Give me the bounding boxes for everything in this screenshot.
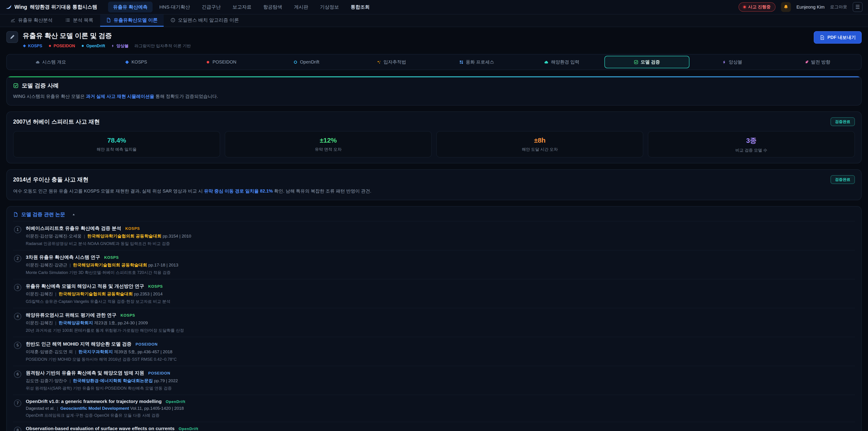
cloud-icon [35,60,40,64]
paper-authors: 이문진·김혜진·강관근 [26,263,67,267]
section-nav-item[interactable]: 입자추적법 [349,56,434,68]
user-name: Eunjeong Kim [796,4,825,10]
main-nav-item[interactable]: 보고자료 [227,2,256,12]
section-nav-item[interactable]: POSEIDON [179,56,264,68]
pdf-export-label: PDF 내보내기 [827,34,856,40]
paper-title[interactable]: Observation-based evaluation of surface … [26,426,175,431]
main-nav-item[interactable]: 통합조회 [346,2,375,12]
model-badge-label: KOSPS [28,43,42,49]
paper-title[interactable]: 유출유 확산예측 모델의 해양사고 적용 및 개선방안 연구 [26,283,144,289]
section-nav-item[interactable]: KOSPS [93,56,179,68]
list-icon [65,18,70,23]
incident-status-badge[interactable]: 사고 진행중 [739,2,776,12]
check-square-icon [13,83,19,88]
paper-content: 해양유류오염사고 위해도 평가에 관한 연구KOSPS이문진·김혜진|한국해양공… [26,312,853,333]
bell-icon [783,4,789,10]
paper-title-row: 해양유류오염사고 위해도 평가에 관한 연구KOSPS [26,312,853,318]
wuisan-text-prefix: 여수 오동도 인근 원유 유출 사고를 KOSPS 모델로 재현한 결과, 실제… [13,188,204,193]
paper-journal[interactable]: 한국해양공학회지 [59,320,93,325]
paper-description: Radarsat 인공위성영상 비교 분석·NOAA GNOME과 동일 입력조… [26,241,853,246]
paper-authors: 이재훈·임병준·김도연 외 [26,349,73,354]
notifications-button[interactable] [781,2,791,12]
wuisan-highlight[interactable]: 유막 중심 이동 경로 일치율 82.1% [204,188,273,193]
verified-badge: 검증완료 [831,117,855,126]
section-nav-label: OpenDrift [300,59,319,65]
section-nav-label: 입자추적법 [383,59,406,65]
paper-model-badge: POSEIDON [135,342,158,347]
paper-content: 원격탐사 기반의 유출유 확산예측 및 해양오염 방제 지원POSEIDON김도… [26,370,853,391]
paper-title[interactable]: 3차원 유출유 확산예측 시스템 연구 [26,254,100,260]
main-nav-item[interactable]: 유출유 확산예측 [108,2,153,12]
tab-item[interactable]: 유출유확산모델 이론 [100,14,164,27]
logout-button[interactable]: 로그아웃 [830,4,847,10]
tabbar: 유출유 확산분석분석 목록유출유확산모델 이론오일펜스 배치 알고리즘 이론 [0,14,868,27]
paper-meta: 이문진·김혜진|한국해양공학회지 제23권 1호, pp.24-30 | 200… [26,320,853,326]
tab-item[interactable]: 유출유 확산분석 [4,14,59,27]
paper-title[interactable]: 원격탐사 기반의 유출유 확산예측 및 해양오염 방제 지원 [26,370,144,376]
separator: | [75,349,76,354]
paper-journal[interactable]: 한국해양과학기술협의회 공동학술대회 [73,263,147,267]
paper-journal[interactable]: 한국해양과학기술협의회 공동학술대회 [87,234,161,239]
intro-text-suffix: 통해 정확도가 검증되었습니다. [154,94,218,99]
paper-journal[interactable]: Geoscientific Model Development [60,406,129,411]
paper-title[interactable]: 허베이스피리트호 유출유 확산예측 검증 분석 [26,225,121,232]
section-nav-label: POSEIDON [213,59,237,65]
intro-link[interactable]: 과거 실제 사고 재현 시뮬레이션을 [86,94,154,99]
main-nav-item[interactable]: 게시판 [289,2,313,12]
paper-detail: pp.79 | 2022 [153,378,178,383]
main-nav-item[interactable]: 기상정보 [315,2,344,12]
paper-meta: 이재훈·임병준·김도연 외|한국지구과학회지 제39권 5호, pp.436-4… [26,349,853,355]
case-card-hebei: 2007년 허베이 스피리트 사고 재현 검증완료 78.4%해안 표착 예측 … [6,112,862,163]
papers-title: 모델 검증 관련 논문 [21,211,65,218]
pdf-export-button[interactable]: PDF 내보내기 [814,31,862,43]
main-nav: 유출유 확산예측HNS·대기확산긴급구난보고자료항공탐색게시판기상정보통합조회 [108,2,375,12]
stat-card: 3종비교 검증 모델 수 [648,131,855,157]
main-nav-item[interactable]: 항공탐색 [258,2,287,12]
section-nav-label: 시스템 개요 [42,59,66,65]
paper-meta: Dagestad et al.|Geoscientific Model Deve… [26,406,853,411]
topbar-right: 사고 진행중 Eunjeong Kim 로그아웃 ☰ [739,2,863,12]
section-nav-item[interactable]: 시스템 개요 [8,56,93,68]
paper-row: 8Observation-based evaluation of surface… [13,422,855,431]
paper-title[interactable]: 해양유류오염사고 위해도 평가에 관한 연구 [26,312,116,318]
paper-row: 7OpenDrift v1.0: a generic framework for… [13,395,855,422]
paper-row: 6원격탐사 기반의 유출유 확산예측 및 해양오염 방제 지원POSEIDON김… [13,366,855,395]
rocket-icon [804,60,809,64]
section-nav-item[interactable]: 풍화 프로세스 [434,56,519,68]
section-nav-label: KOSPS [131,59,147,65]
wuisan-paragraph: 여수 오동도 인근 원유 유출 사고를 KOSPS 모델로 재현한 결과, 실제… [13,188,855,194]
main-nav-item[interactable]: 긴급구난 [197,2,225,12]
section-nav-item[interactable]: 모델 검증 [604,56,690,68]
model-badge: OpenDrift [81,43,105,49]
section-nav-item[interactable]: OpenDrift [264,56,349,68]
paper-row: 23차원 유출유 확산예측 시스템 연구KOSPS이문진·김혜진·강관근|한국해… [13,250,855,279]
papers-header[interactable]: 모델 검증 관련 논문 [13,211,855,221]
hebei-stats-grid: 78.4%해안 표착 예측 일치율±12%유막 면적 오차±8h해안 도달 시간… [13,131,855,157]
separator: | [55,291,56,296]
collapse-arrow-icon[interactable] [72,213,75,216]
paper-title-row: 한반도 인근 해역 MOHID 지역 해양순환 모델 검증POSEIDON [26,341,853,347]
section-nav-item[interactable]: 해양환경 입력 [519,56,604,68]
paper-meta: 김도연·김종기·양찬수|한국해양환경·에너지학회 학술대회논문집 pp.79 |… [26,378,853,384]
app-title: 해양환경 위기대응 통합시스템 [30,4,97,10]
section-nav-item[interactable]: 발전 방향 [775,56,860,68]
paper-journal[interactable]: 한국해양과학기술협의회 공동학술대회 [59,291,133,296]
main-nav-item[interactable]: HNS·대기확산 [154,2,195,12]
paper-title[interactable]: 한반도 인근 해역 MOHID 지역 해양순환 모델 검증 [26,341,131,347]
tab-label: 유출유확산모델 이론 [114,17,158,23]
incident-label: 사고 진행중 [748,4,771,10]
section-nav-label: 발전 방향 [811,59,831,65]
paper-journal[interactable]: 한국해양환경·에너지학회 학술대회논문집 [73,378,153,383]
paper-detail: 제23권 1호, pp.24-30 | 2009 [93,320,148,325]
paper-meta: 이문진·김혜진·강관근|한국해양과학기술협의회 공동학술대회 pp.17-18 … [26,262,853,268]
main-content: 유출유 확산 모델 이론 및 검증 KOSPSPOSEIDONOpenDrift… [0,27,868,431]
menu-button[interactable]: ☰ [852,2,863,12]
tab-item[interactable]: 오일펜스 배치 알고리즘 이론 [164,14,245,27]
paper-title[interactable]: OpenDrift v1.0: a generic framework for … [26,399,162,404]
paper-number: 4 [14,313,21,320]
app-window: Wing 해양환경 위기대응 통합시스템 유출유 확산예측HNS·대기확산긴급구… [0,0,868,431]
paper-row: 3유출유 확산예측 모델의 해양사고 적용 및 개선방안 연구KOSPS이문진·… [13,279,855,308]
section-nav-item[interactable]: 앙상블 [689,56,775,68]
paper-journal[interactable]: 한국지구과학회지 [79,349,113,354]
tab-item[interactable]: 분석 목록 [59,14,99,27]
